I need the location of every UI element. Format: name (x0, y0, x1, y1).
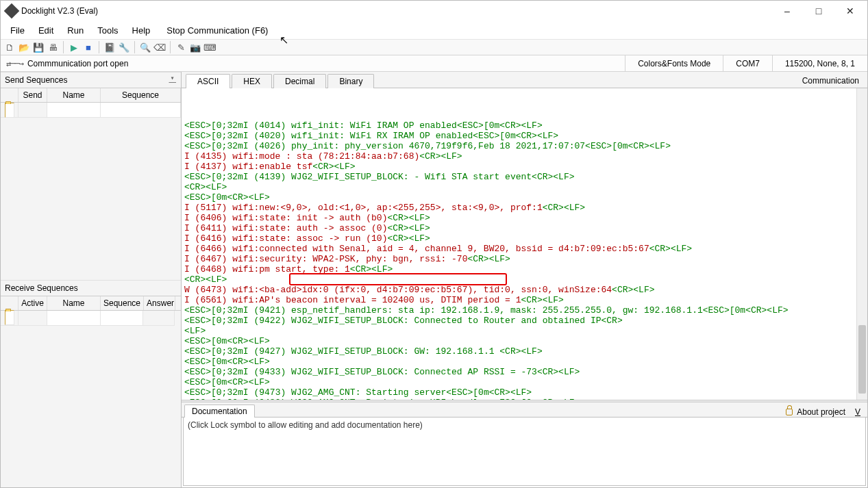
col-sequence[interactable]: Sequence (101, 88, 181, 102)
send-grid-header: Send Name Sequence (1, 88, 181, 103)
terminal-line: <ESC>[0;32mI (4139) WJG2_WIFI_SETUP_BLOC… (184, 172, 865, 182)
find-icon[interactable]: 🔍 (139, 41, 151, 53)
menu-file[interactable]: File (5, 24, 30, 37)
expand-toggle[interactable]: V (855, 407, 860, 417)
settings-icon[interactable]: 🔧 (118, 41, 130, 53)
menu-edit[interactable]: Edit (33, 24, 59, 37)
terminal-line: I (6561) wifi:AP's beacon interval = 102… (184, 295, 865, 305)
scrollbar-vertical[interactable] (856, 88, 867, 400)
com-port[interactable]: COM7 (723, 55, 772, 71)
receive-sequences-header: Receive Sequences (1, 280, 181, 296)
terminal-line: <ESC>[0m<CR><LF> (184, 336, 865, 346)
table-row[interactable] (1, 103, 181, 118)
maximize-button[interactable]: □ (803, 1, 834, 21)
terminal-line: <CR><LF> (184, 182, 865, 192)
separator-icon (63, 41, 64, 53)
menu-stop-communication[interactable]: Stop Communication (F6) (158, 24, 273, 37)
collapse-icon[interactable]: ▸| (169, 76, 176, 84)
menu-help[interactable]: Help (127, 24, 156, 37)
terminal-line: <ESC>[0m<CR><LF> (184, 357, 865, 367)
new-icon[interactable]: 🗋 (3, 41, 16, 53)
terminal-line: <ESC>[0m<CR><LF> (184, 377, 865, 387)
start-icon[interactable]: ▶ (68, 41, 80, 53)
status-bar: ⇄──→ Commmunication port open Colors&Fon… (1, 55, 867, 72)
terminal-line: W (6473) wifi:<ba-add>idx:0 (ifx:0, d4:b… (184, 285, 865, 295)
terminal-line: I (6467) wifi:security: WPA2-PSK, phy: b… (184, 254, 865, 264)
tab-ascii[interactable]: ASCII (186, 74, 230, 88)
separator-icon (134, 41, 135, 53)
terminal-line: I (6468) wifi:pm start, type: 1<CR><LF> (184, 264, 865, 274)
connection-arrows-icon: ⇄──→ (6, 59, 23, 68)
display-mode[interactable]: Colors&Fonts Mode (625, 55, 723, 71)
open-icon[interactable]: 📂 (18, 41, 30, 53)
col-name[interactable]: Name (47, 296, 101, 310)
app-icon (4, 3, 20, 19)
col-name[interactable]: Name (47, 88, 101, 102)
col-send[interactable]: Send (18, 88, 47, 102)
col-active[interactable]: Active (18, 296, 47, 310)
separator-icon (170, 41, 171, 53)
clear-icon[interactable]: ⌫ (153, 41, 166, 53)
lock-icon[interactable] (786, 409, 793, 415)
stop-icon[interactable]: ■ (82, 41, 95, 53)
title-bar: Docklight V2.3 (Eval) – □ ✕ (1, 1, 867, 21)
send-sequences-header: Send Sequences ▸| (1, 72, 181, 88)
folder-icon (5, 310, 14, 325)
terminal-line: <ESC>[0m<CR><LF> (184, 192, 865, 203)
folder-icon (5, 103, 14, 118)
terminal-line: <ESC>[0;32mI (9473) WJG2_AMG_CNT: Starti… (184, 387, 865, 398)
separator-icon (99, 41, 99, 53)
terminal-line: <LF> (184, 326, 865, 336)
terminal-line: <ESC>[0;32mI (9421) esp_netif_handlers: … (184, 305, 865, 316)
terminal-line: <ESC>[0;32mI (4026) phy_init: phy_versio… (184, 141, 865, 151)
left-panel: Send Sequences ▸| Send Name Sequence Rec… (1, 72, 182, 487)
close-button[interactable]: ✕ (834, 1, 866, 21)
terminal-line: <ESC>[0;32mI (9433) WJG2_WIFI_SETUP_BLOC… (184, 367, 865, 377)
terminal-line: I (6416) wifi:state: assoc -> run (10)<C… (184, 233, 865, 244)
about-project-link[interactable]: About project (797, 407, 845, 417)
tab-binary[interactable]: Binary (327, 74, 374, 88)
terminal-line: I (6411) wifi:state: auth -> assoc (0)<C… (184, 223, 865, 233)
scrollbar-thumb[interactable] (858, 325, 866, 394)
tab-communication: Communication (797, 74, 865, 88)
edit-icon[interactable]: ✎ (175, 41, 187, 53)
terminal-line: <CR><LF> (184, 274, 865, 285)
menu-bar: File Edit Run Tools Help Stop Communicat… (1, 21, 867, 39)
col-sequence[interactable]: Sequence (101, 296, 144, 310)
view-tabs: ASCII HEX Decimal Binary Communication (182, 72, 867, 88)
terminal-line: I (4135) wifi:mode : sta (78:21:84:aa:b7… (184, 151, 865, 162)
menu-tools[interactable]: Tools (92, 24, 123, 37)
save-icon[interactable]: 💾 (32, 41, 45, 53)
terminal-line: <ESC>[0;32mI (4014) wifi_init: WiFi IRAM… (184, 120, 865, 131)
tab-hex[interactable]: HEX (232, 74, 272, 88)
terminal-line: <ESC>[0;32mI (9422) WJG2_WIFI_SETUP_BLOC… (184, 316, 865, 326)
recv-grid-header: Active Name Sequence Answer (1, 296, 181, 311)
terminal-line: I (4137) wifi:enable tsf<CR><LF> (184, 162, 865, 172)
table-row[interactable] (1, 311, 181, 326)
snapshot-icon[interactable]: 📷 (189, 41, 201, 53)
window-title: Docklight V2.3 (Eval) (21, 6, 771, 16)
menu-run[interactable]: Run (62, 24, 89, 37)
terminal-line: <ESC>[0;32mI (4020) wifi_init: WiFi RX I… (184, 131, 865, 141)
tab-decimal[interactable]: Decimal (273, 74, 326, 88)
minimize-button[interactable]: – (771, 1, 803, 21)
keyboard-icon[interactable]: ⌨ (203, 41, 216, 53)
terminal-line: I (6406) wifi:state: init -> auth (b0)<C… (184, 213, 865, 223)
tab-documentation[interactable]: Documentation (184, 404, 255, 418)
documentation-body[interactable]: (Click Lock symbol to allow editing and … (183, 418, 866, 486)
print-icon[interactable]: 🖶 (47, 41, 59, 53)
terminal-line: <ESC>[0;32mI (9427) WJG2_WIFI_SETUP_BLOC… (184, 346, 865, 357)
port-settings[interactable]: 115200, None, 8, 1 (772, 55, 867, 71)
terminal-line: <ESC>[0;32mI (9482) WJG2_AMG_CNT: Regist… (184, 398, 865, 400)
col-answer[interactable]: Answer (144, 296, 175, 310)
toolbar: 🗋 📂 💾 🖶 ▶ ■ 📓 🔧 🔍 ⌫ ✎ 📷 ⌨ (1, 39, 867, 55)
connection-status: Commmunication port open (27, 59, 128, 68)
terminal-line: I (6466) wifi:connected with Senal, aid … (184, 244, 865, 254)
terminal-line: I (5117) wifi:new:<9,0>, old:<1,0>, ap:<… (184, 203, 865, 213)
notebook-icon[interactable]: 📓 (103, 41, 116, 53)
terminal-output[interactable]: <ESC>[0;32mI (4014) wifi_init: WiFi IRAM… (182, 88, 867, 400)
